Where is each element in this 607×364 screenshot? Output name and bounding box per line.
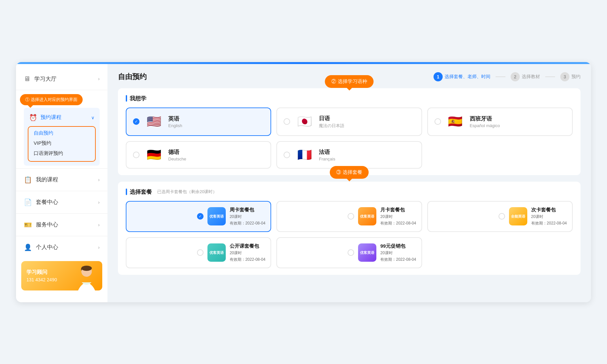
tooltip-2-bubble: ② 选择学习语种 bbox=[325, 75, 373, 88]
language-card-english[interactable]: 🇺🇸 英语 English bbox=[126, 108, 271, 136]
monitor-icon: 🖥 bbox=[24, 75, 30, 83]
personal-center-label: 个人中心 bbox=[36, 243, 94, 251]
package-card-open[interactable]: 优客英语 公开课套餐包 20课时 有效期：2022-08-04 bbox=[126, 237, 271, 268]
japanese-info: 日语 魔法の日本語 bbox=[319, 115, 344, 129]
language-section-bar bbox=[126, 95, 127, 102]
open-icon: 优客英语 bbox=[207, 243, 226, 262]
booking-label: 预约课程 bbox=[41, 114, 88, 121]
session-radio bbox=[499, 213, 505, 220]
english-info: 英语 English bbox=[168, 115, 182, 128]
session-name: 次卡套餐包 bbox=[531, 207, 567, 213]
sidebar-item-oral-test[interactable]: 口语测评预约 bbox=[28, 148, 95, 158]
step-1: 1 选择套餐、老师、时间 bbox=[434, 72, 490, 81]
package-card-promo[interactable]: 优客英语 99元促销包 20课时 有效期：2022-08-04 bbox=[276, 237, 422, 268]
promo-hours: 20课时 bbox=[380, 250, 416, 256]
study-hall-arrow: › bbox=[98, 76, 100, 81]
tooltip-3-container: ③ 选择套餐 bbox=[330, 166, 369, 179]
sidebar-item-personal-center[interactable]: 👤 个人中心 › bbox=[16, 239, 107, 256]
tooltip-1-container: ① 选择进入对应的预约界面 bbox=[20, 94, 104, 105]
promo-radio bbox=[348, 249, 354, 256]
weekly-expiry: 有效期：2022-08-04 bbox=[230, 221, 265, 226]
language-grid: 🇺🇸 英语 English 🇯🇵 日语 魔法の日本語 bbox=[126, 108, 573, 169]
tooltip-1-bubble: ① 选择进入对应的预约界面 bbox=[20, 94, 83, 105]
promo-expiry: 有效期：2022-08-04 bbox=[380, 257, 416, 262]
sidebar-item-package-center[interactable]: 📄 套餐中心 › bbox=[16, 194, 107, 211]
divider-2 bbox=[16, 168, 107, 169]
spanish-sub: Español mágico bbox=[470, 123, 500, 128]
step-2-label: 选择教材 bbox=[522, 74, 540, 80]
package-card-monthly[interactable]: 优客英语 月卡套餐包 20课时 有效期：2022-08-04 bbox=[276, 201, 422, 232]
booking-header[interactable]: ⏰ 预约课程 ∨ bbox=[24, 110, 100, 125]
study-hall-label: 学习大厅 bbox=[34, 75, 94, 83]
tooltip-2-container: ② 选择学习语种 bbox=[325, 75, 373, 88]
main-content: 自由预约 1 选择套餐、老师、时间 2 选 bbox=[107, 64, 591, 302]
german-sub: Deutsche bbox=[168, 157, 186, 161]
package-card-weekly[interactable]: 优客英语 周卡套餐包 20课时 有效期：2022-08-04 bbox=[126, 201, 271, 232]
advisor-avatar bbox=[74, 264, 100, 290]
step-2: 2 选择教材 bbox=[511, 72, 540, 81]
advisor-card[interactable]: 学习顾问 131 4342 2490 bbox=[21, 261, 102, 290]
weekly-info: 周卡套餐包 20课时 有效期：2022-08-04 bbox=[230, 207, 265, 226]
my-courses-label: 我的课程 bbox=[36, 176, 94, 183]
clock-icon: ⏰ bbox=[29, 114, 37, 122]
monthly-info: 月卡套餐包 20课时 有效期：2022-08-04 bbox=[380, 207, 416, 226]
monthly-expiry: 有效期：2022-08-04 bbox=[380, 221, 416, 226]
service-center-label: 服务中心 bbox=[36, 221, 94, 228]
sidebar-item-study-hall[interactable]: 🖥 学习大厅 › bbox=[16, 71, 107, 87]
step-indicator: 1 选择套餐、老师、时间 2 选择教材 bbox=[434, 72, 581, 81]
language-card-japanese[interactable]: 🇯🇵 日语 魔法の日本語 bbox=[276, 108, 422, 136]
monthly-radio bbox=[348, 213, 354, 220]
step-divider-1 bbox=[496, 76, 505, 77]
package-card-session[interactable]: 全能英语 次卡套餐包 20课时 有效期：2022-08-04 bbox=[427, 201, 573, 232]
advisor-text: 学习顾问 131 4342 2490 bbox=[26, 269, 57, 282]
divider-3 bbox=[16, 191, 107, 191]
german-info: 德语 Deutsche bbox=[168, 148, 186, 161]
german-name: 德语 bbox=[168, 148, 186, 156]
sidebar: 🖥 学习大厅 › ① 选择进入对应的预约界面 ⏰ 预约课程 ∨ bbox=[16, 64, 107, 302]
package-subtitle: 已选周卡套餐包（剩余20课时） bbox=[157, 189, 217, 195]
french-flag: 🇫🇷 bbox=[295, 148, 314, 161]
language-card-french[interactable]: 🇫🇷 法语 Français bbox=[276, 141, 422, 169]
session-icon: 全能英语 bbox=[509, 207, 527, 225]
package-icon: 📄 bbox=[24, 198, 32, 206]
advisor-phone: 131 4342 2490 bbox=[26, 277, 57, 282]
spanish-radio bbox=[435, 118, 441, 125]
weekly-name: 周卡套餐包 bbox=[230, 207, 265, 213]
step-3-circle: 3 bbox=[560, 72, 569, 81]
spanish-name: 西班牙语 bbox=[470, 115, 500, 123]
french-name: 法语 bbox=[319, 148, 335, 156]
spanish-info: 西班牙语 Español mágico bbox=[470, 115, 500, 128]
package-grid: 优客英语 周卡套餐包 20课时 有效期：2022-08-04 优客英语 bbox=[126, 201, 573, 268]
sidebar-item-free-booking[interactable]: 自由预约 bbox=[28, 128, 95, 138]
language-card-german[interactable]: 🇩🇪 德语 Deutsche bbox=[126, 141, 271, 169]
french-info: 法语 Français bbox=[319, 148, 335, 161]
sidebar-item-my-courses[interactable]: 📋 我的课程 › bbox=[16, 171, 107, 188]
japanese-name: 日语 bbox=[319, 115, 344, 122]
weekly-hours: 20课时 bbox=[230, 214, 265, 220]
german-flag: 🇩🇪 bbox=[145, 148, 163, 161]
step-1-circle: 1 bbox=[434, 72, 443, 81]
main-layout: 🖥 学习大厅 › ① 选择进入对应的预约界面 ⏰ 预约课程 ∨ bbox=[16, 64, 591, 302]
open-expiry: 有效期：2022-08-04 bbox=[230, 257, 265, 262]
french-sub: Français bbox=[319, 157, 335, 161]
sidebar-item-service-center[interactable]: 🎫 服务中心 › bbox=[16, 216, 107, 233]
language-section: 我想学 ② 选择学习语种 🇺🇸 英语 English bbox=[118, 88, 581, 175]
sidebar-item-vip-booking[interactable]: VIP预约 bbox=[28, 138, 95, 148]
package-title-row: 选择套餐 已选周卡套餐包（剩余20课时） ③ 选择套餐 bbox=[126, 188, 573, 196]
service-icon: 🎫 bbox=[24, 221, 32, 229]
english-flag: 🇺🇸 bbox=[145, 115, 163, 128]
my-courses-arrow: › bbox=[98, 177, 100, 182]
open-name: 公开课套餐包 bbox=[230, 243, 265, 249]
app-container: 🖥 学习大厅 › ① 选择进入对应的预约界面 ⏰ 预约课程 ∨ bbox=[16, 62, 591, 302]
personal-arrow: › bbox=[98, 245, 100, 250]
japanese-radio bbox=[284, 118, 290, 125]
english-name: 英语 bbox=[168, 115, 182, 123]
sidebar-bottom: 学习顾问 131 4342 2490 bbox=[16, 256, 107, 296]
divider-5 bbox=[16, 236, 107, 236]
step-3-label: 预约 bbox=[571, 74, 581, 80]
promo-info: 99元促销包 20课时 有效期：2022-08-04 bbox=[380, 243, 416, 262]
package-center-label: 套餐中心 bbox=[36, 198, 94, 206]
booking-sub-items: 自由预约 VIP预约 口语测评预约 bbox=[28, 126, 96, 162]
language-card-spanish[interactable]: 🇪🇸 西班牙语 Español mágico bbox=[427, 108, 573, 136]
session-expiry: 有效期：2022-08-04 bbox=[531, 221, 567, 226]
